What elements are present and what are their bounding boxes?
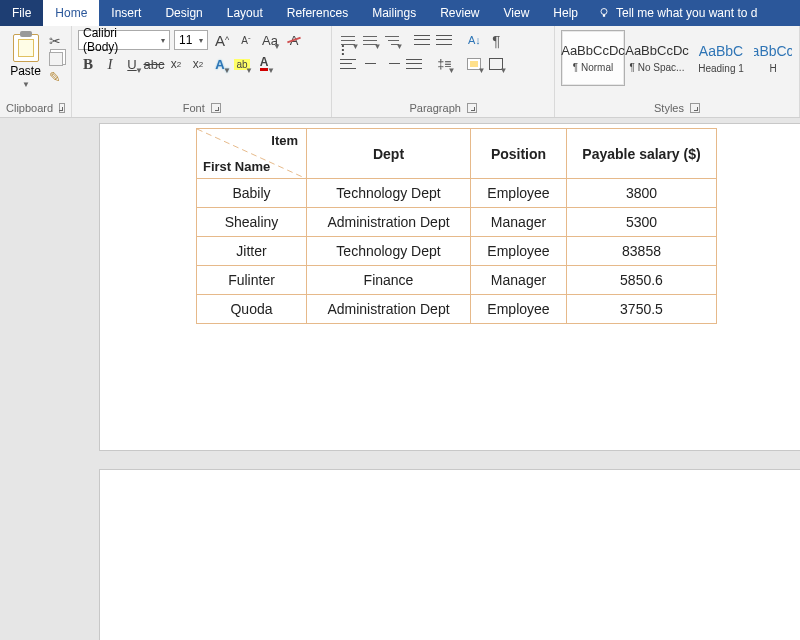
borders-button[interactable]: ▼ [486,54,506,74]
italic-button[interactable]: I [100,54,120,74]
style-heading-1[interactable]: AaBbC Heading 1 [689,30,753,86]
cell-dept[interactable]: Administration Dept [307,295,471,324]
tab-file[interactable]: File [0,0,43,26]
dialog-launcher-icon[interactable] [467,103,477,113]
bullets-button[interactable]: ▼ [338,30,358,50]
header-dept[interactable]: Dept [307,129,471,179]
cell-pos[interactable]: Employee [471,179,567,208]
salary-table[interactable]: Item First Name Dept Position Payable sa… [196,128,717,324]
align-center-button[interactable] [360,54,380,74]
strikethrough-button[interactable]: abc [144,54,164,74]
cell-name[interactable]: Quoda [197,295,307,324]
shading-button[interactable]: ▼ [464,54,484,74]
cell-sal[interactable]: 5300 [567,208,717,237]
dialog-launcher-icon[interactable] [690,103,700,113]
font-color-button[interactable]: A▼ [254,54,274,74]
show-marks-button[interactable]: ¶ [486,30,506,50]
cell-sal[interactable]: 5850.6 [567,266,717,295]
table-row: FulinterFinanceManager5850.6 [197,266,717,295]
sort-icon: A↓ [468,34,481,46]
tab-view[interactable]: View [492,0,542,26]
justify-icon [406,57,422,71]
cell-sal[interactable]: 3800 [567,179,717,208]
line-spacing-button[interactable]: ‡≡▼ [434,54,454,74]
cell-dept[interactable]: Finance [307,266,471,295]
tab-layout[interactable]: Layout [215,0,275,26]
style-preview: AaBbCcDc [561,43,625,58]
tab-help[interactable]: Help [541,0,590,26]
cell-dept[interactable]: Technology Dept [307,179,471,208]
style-name: ¶ Normal [573,62,613,73]
cell-pos[interactable]: Employee [471,295,567,324]
tab-insert[interactable]: Insert [99,0,153,26]
document-area[interactable]: Item First Name Dept Position Payable sa… [0,118,800,640]
style-preview: AaBbCcD [753,43,793,59]
multilevel-list-button[interactable]: ▼ [382,30,402,50]
grow-font-button[interactable]: A^ [212,30,232,50]
header-split-cell[interactable]: Item First Name [197,129,307,179]
shrink-font-button[interactable]: Aˇ [236,30,256,50]
cell-name[interactable]: Fulinter [197,266,307,295]
header-salary[interactable]: Payable salary ($) [567,129,717,179]
group-paragraph: ▼ ▼ ▼ A↓ ¶ ‡≡▼ ▼ ▼ [332,26,555,117]
align-center-icon [362,57,378,71]
ribbon-tabs: File Home Insert Design Layout Reference… [0,0,800,26]
style-heading-2[interactable]: AaBbCcD H [753,30,793,86]
underline-button[interactable]: U▼ [122,54,142,74]
increase-indent-button[interactable] [434,30,454,50]
copy-button[interactable] [49,52,65,66]
group-styles: AaBbCcDc ¶ Normal AaBbCcDc ¶ No Spac... … [555,26,800,117]
clear-formatting-button[interactable]: A [284,30,304,50]
align-right-button[interactable] [382,54,402,74]
font-family-value: Calibri (Body) [83,26,155,54]
sort-button[interactable]: A↓ [464,30,484,50]
cell-name[interactable]: Babily [197,179,307,208]
cell-name[interactable]: Jitter [197,237,307,266]
bold-button[interactable]: B [78,54,98,74]
subscript-button[interactable]: x2 [166,54,186,74]
header-firstname-label: First Name [203,159,270,174]
group-label: Styles [654,102,684,114]
cell-dept[interactable]: Administration Dept [307,208,471,237]
format-painter-button[interactable]: ✎ [49,70,65,84]
group-clipboard: Paste ▼ ✂ ✎ Clipboard [0,26,72,117]
tab-home[interactable]: Home [43,0,99,26]
paste-icon [13,34,39,62]
cell-dept[interactable]: Technology Dept [307,237,471,266]
cell-pos[interactable]: Employee [471,237,567,266]
font-family-select[interactable]: Calibri (Body) ▾ [78,30,170,50]
style-normal[interactable]: AaBbCcDc ¶ Normal [561,30,625,86]
chevron-down-icon: ▾ [199,36,203,45]
svg-rect-1 [603,15,605,17]
decrease-indent-button[interactable] [412,30,432,50]
superscript-button[interactable]: x2 [188,54,208,74]
dialog-launcher-icon[interactable] [211,103,221,113]
group-label: Font [183,102,205,114]
header-position[interactable]: Position [471,129,567,179]
justify-button[interactable] [404,54,424,74]
paste-button[interactable]: Paste ▼ [6,30,45,89]
font-size-select[interactable]: 11 ▾ [174,30,208,50]
tab-references[interactable]: References [275,0,360,26]
cut-button[interactable]: ✂ [49,34,65,48]
cell-pos[interactable]: Manager [471,266,567,295]
outdent-icon [414,33,430,47]
style-name: Heading 1 [698,63,744,74]
dialog-launcher-icon[interactable] [59,103,65,113]
lightbulb-icon [598,7,610,19]
cell-name[interactable]: Shealiny [197,208,307,237]
numbering-button[interactable]: ▼ [360,30,380,50]
cell-sal[interactable]: 83858 [567,237,717,266]
tab-design[interactable]: Design [153,0,214,26]
highlight-button[interactable]: ab▼ [232,54,252,74]
tell-me-search[interactable]: Tell me what you want to d [590,0,765,26]
cell-sal[interactable]: 3750.5 [567,295,717,324]
style-no-spacing[interactable]: AaBbCcDc ¶ No Spac... [625,30,689,86]
text-effects-button[interactable]: A▼ [210,54,230,74]
tab-mailings[interactable]: Mailings [360,0,428,26]
change-case-button[interactable]: Aa▼ [260,30,280,50]
tab-review[interactable]: Review [428,0,491,26]
copy-icon [49,52,63,66]
cell-pos[interactable]: Manager [471,208,567,237]
align-left-button[interactable] [338,54,358,74]
